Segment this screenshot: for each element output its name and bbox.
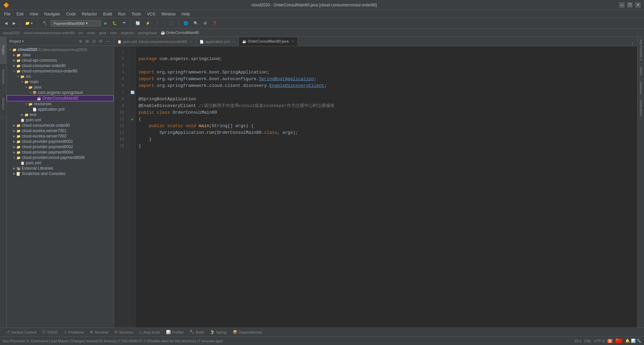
bottom-tab-versioncontrol[interactable]: ⎇ Version Control [3, 329, 39, 335]
menu-build[interactable]: Build [100, 11, 115, 17]
toolbar-help-button[interactable]: ❓ [210, 20, 219, 26]
toolbar-recent-button[interactable]: 📁 ▾ [23, 20, 35, 26]
tree-pom-8006[interactable]: 📋 pom.xml [7, 160, 114, 166]
menu-run[interactable]: Run [115, 11, 128, 17]
tab-orderconsulmain80[interactable]: ☕ OrderConsulMain80.java ✕ [239, 37, 298, 46]
tree-api-commons[interactable]: ▶ 📁 cloud-api-commons [7, 58, 114, 63]
tab-close-java[interactable]: ✕ [291, 40, 294, 43]
code-content[interactable]: package com.angenin.springcloud; import … [136, 46, 637, 328]
breadcrumb-com[interactable]: com [110, 31, 117, 35]
bottom-tab-build[interactable]: 🔨 Build [187, 329, 206, 335]
tree-providerconsul8006[interactable]: ▾ 📁 cloud-providerconsul-payment8006 [7, 155, 114, 160]
menu-code[interactable]: Code [63, 11, 78, 17]
breadcrumb-module[interactable]: cloud-consumerconsul-order80 [23, 31, 74, 35]
menu-file[interactable]: File [1, 11, 13, 17]
tree-main[interactable]: ▾ 📂 main [7, 79, 114, 84]
title-bar-controls[interactable]: — ❐ ✕ [619, 2, 641, 8]
tree-eureka7001[interactable]: ▶ 📁 cloud-eureka-server7001 [7, 128, 114, 133]
breadcrumb-src[interactable]: src [78, 31, 84, 35]
bottom-tab-services[interactable]: ⚙ Services [112, 329, 136, 335]
tab-close-pom[interactable]: ✕ [190, 40, 193, 44]
menu-help[interactable]: Help [179, 11, 193, 17]
menu-edit[interactable]: Edit [14, 11, 26, 17]
tree-payment8002[interactable]: ▶ 📁 cloud-provider-payment8002 [7, 144, 114, 150]
breadcrumb-classname[interactable]: ☕OrderConsulMain80 [161, 31, 199, 35]
project-collapse-button[interactable]: ⊟ [91, 39, 97, 44]
toolbar-build-button[interactable]: 🔨 [41, 20, 49, 26]
breadcrumb-main[interactable]: main [87, 31, 95, 35]
breadcrumb-springcloud[interactable]: springcloud [138, 31, 157, 35]
close-button[interactable]: ✕ [635, 2, 641, 8]
tab-application-yml[interactable]: 📄 application.yml ✕ [196, 37, 239, 46]
bottom-tab-autobuild[interactable]: △ Auto-build [137, 329, 163, 335]
tree-consumerconsul[interactable]: ▾ 📁 cloud-consumerconsul-order80 [7, 68, 114, 74]
tree-consumerzk[interactable]: ▶ 📁 cloud-consumerzk-order80 [7, 123, 114, 128]
toolbar-back-button[interactable]: ◀ [3, 20, 9, 26]
bottom-tab-todo[interactable]: ☑ TODO [40, 329, 60, 335]
project-settings-button[interactable]: ⚙ [98, 39, 104, 44]
toolbar-sync-button[interactable]: ⚡ [144, 20, 152, 26]
minimize-button[interactable]: — [619, 2, 625, 8]
run-coverage-button[interactable]: ☂ [120, 20, 128, 26]
bottom-tab-dependencies[interactable]: 📦 Dependencies [230, 329, 265, 335]
tree-consumer-order80[interactable]: ▶ 📁 cloud-consumer-order80 [7, 63, 114, 68]
tree-application-yml[interactable]: 📄 application.yml [7, 107, 114, 112]
menu-refactor[interactable]: Refactor [79, 11, 100, 17]
tree-root[interactable]: ▾ 📁 cloud2020 E:\idea-workspace\cloud202… [7, 47, 114, 52]
toolbar-more-button[interactable]: ⋮ [154, 20, 161, 26]
line-marker-run[interactable]: ▶ [129, 116, 136, 123]
tree-src[interactable]: ▾ 📂 src [7, 74, 114, 79]
tree-scratches[interactable]: ▶ 📝 Scratches and Consoles [7, 171, 114, 176]
run-button[interactable]: ▶ [102, 20, 109, 26]
run-config-selector[interactable]: PaymentMain8006 ▾ [51, 20, 101, 26]
toolbar-search-button[interactable]: 🔍 [192, 20, 200, 26]
tree-idea[interactable]: ▶ 📁 .idea [7, 52, 114, 58]
bottom-tab-problems[interactable]: ⚠ Problems [61, 329, 87, 335]
menu-vcs[interactable]: VCS [144, 11, 158, 17]
toolbar-forward-button[interactable]: ▶ [11, 20, 17, 26]
tree-resources[interactable]: ▾ 📂 resources [7, 101, 114, 107]
tree-package[interactable]: ▾ 📦 com.angenin.springcloud [7, 90, 114, 95]
tree-external-libs[interactable]: ▶ 📚 External Libraries [7, 166, 114, 171]
right-tab-database[interactable]: Database [639, 79, 643, 98]
project-hide-button[interactable]: — [105, 39, 111, 44]
menu-navigate[interactable]: Navigate [42, 11, 63, 17]
menu-window[interactable]: Window [159, 11, 178, 17]
side-tab-structure[interactable]: Structure [0, 91, 7, 117]
tab-pom-xml[interactable]: 📋 pom.xml (cloud-consumerconsul-order80)… [114, 37, 196, 46]
right-tab-notifications[interactable]: Notifications [639, 97, 643, 119]
side-tab-project[interactable]: Project [0, 37, 7, 64]
breadcrumb-angenin[interactable]: angenin [121, 31, 134, 35]
toolbar-stop-button[interactable]: ⬛ [167, 20, 176, 26]
maximize-button[interactable]: ❐ [627, 2, 633, 8]
project-expand-button[interactable]: ⊞ [85, 39, 90, 44]
tree-test[interactable]: ▶ 📁 test [7, 112, 114, 117]
right-tab-maven[interactable]: Maven [639, 64, 643, 79]
tab-label: application.yml [205, 40, 230, 44]
menu-view[interactable]: View [27, 11, 41, 17]
tree-eureka7002[interactable]: ▶ 📁 cloud-eureka-server7002 [7, 133, 114, 139]
breadcrumb-java[interactable]: java [99, 31, 106, 35]
debug-button[interactable]: 🐛 [110, 20, 119, 26]
tree-pom-consumerconsul[interactable]: 📋 pom.xml [7, 117, 114, 123]
side-tab-bookmarks[interactable]: Bookmarks [0, 64, 7, 91]
toolbar-settings-button[interactable]: ⚙ [202, 20, 209, 26]
toolbar-refresh-button[interactable]: 🔄 [133, 20, 142, 26]
right-tab-keypromoter[interactable]: Key Promoter X [639, 37, 643, 64]
bottom-tab-profiler[interactable]: 📊 Profiler [163, 329, 186, 335]
bottom-tab-spring[interactable]: 🍃 Spring [207, 329, 229, 335]
toolbar-translate-button[interactable]: 🌐 [181, 20, 190, 26]
tree-payment8001[interactable]: ▶ 📁 cloud-provider-payment8001 [7, 139, 114, 144]
tab-more-button[interactable]: ⋮ [628, 41, 637, 46]
project-dropdown-icon[interactable]: ▾ [22, 40, 24, 43]
project-locate-button[interactable]: ⊕ [78, 39, 83, 44]
bottom-tab-terminal[interactable]: ⊞ Terminal [87, 329, 111, 335]
code-editor[interactable]: 1 2 3 4 5 6 7 8 9 10 11 12 13 14 15 [114, 46, 637, 328]
tree-java-dir[interactable]: ▾ 📂 java [7, 84, 114, 90]
tree-main-class[interactable]: ☕ OrderConsulMain80 [7, 95, 114, 101]
breadcrumb-cloud2020[interactable]: cloud2020 [3, 31, 20, 35]
tab-close-yml[interactable]: ✕ [232, 40, 235, 44]
menu-tools[interactable]: Tools [129, 11, 144, 17]
tree-payment8004[interactable]: ▶ 📁 cloud-provider-payment8004 [7, 150, 114, 155]
yaml-icon: 📄 [32, 107, 37, 112]
